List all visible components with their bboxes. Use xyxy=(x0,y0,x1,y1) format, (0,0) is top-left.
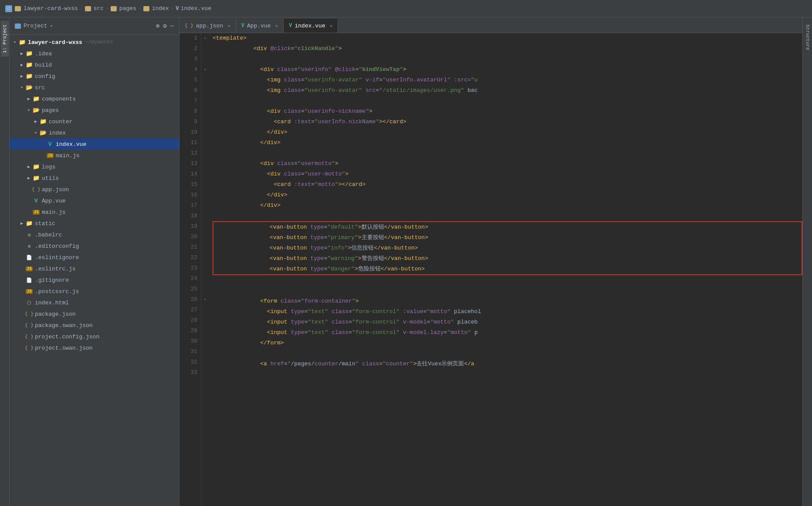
code-line-1: <template> xyxy=(213,33,802,44)
tree-item-editorconfig[interactable]: ⚙ .editorconfig xyxy=(10,240,179,252)
code-line-20: <van-button type="primary">主要按钮</van-but… xyxy=(213,233,802,243)
collapse-icon[interactable]: — xyxy=(170,22,174,30)
code-line-4: <div class="userinfo" @click="bindViewTa… xyxy=(213,64,802,75)
code-line-10: </div> xyxy=(213,127,802,138)
tree-item-counter[interactable]: ▶ 📁 counter xyxy=(10,116,179,127)
sidebar-actions: ⊕ ⚙ — xyxy=(156,22,174,30)
code-line-30: </form> xyxy=(213,338,802,348)
code-line-23: <van-button type="danger">危险按钮</van-butt… xyxy=(213,264,802,274)
tab-index-vue[interactable]: V index.vue ✕ xyxy=(284,19,338,33)
main-layout: 1: Project Project ▾ ⊕ ⚙ — ▾ 📁 lawyer-ca… xyxy=(0,17,812,506)
code-line-16: </div> xyxy=(213,190,802,200)
fold-marker-1[interactable]: ▾ xyxy=(201,33,209,44)
code-line-13: <div class="usermotto"> xyxy=(213,159,802,169)
tree-item-project-swan-json[interactable]: { } project.swan.json xyxy=(10,342,179,354)
code-line-15: <card :text="motto"></card> xyxy=(213,179,802,190)
structure-panel: Structure xyxy=(802,17,812,506)
code-line-18 xyxy=(213,211,802,221)
editor-area: { } app.json ✕ V App.vue ✕ V index.vue ✕… xyxy=(179,17,802,506)
code-line-22: <van-button type="warning">警告按钮</van-but… xyxy=(213,253,802,264)
tree-item-root[interactable]: ▾ 📁 lawyer-card-wxss ~/myworks xyxy=(10,37,179,48)
code-line-29: <input type="text" class="form-control" … xyxy=(213,327,802,338)
tree-item-index-vue[interactable]: V index.vue xyxy=(10,138,179,150)
code-line-21: <van-button type="info">信息按钮</van-button… xyxy=(213,243,802,253)
highlighted-block: <van-button type="default">默认按钮</van-but… xyxy=(213,221,802,275)
structure-label[interactable]: Structure xyxy=(804,21,812,54)
code-line-2: <div @click="clickHandle"> xyxy=(213,44,802,54)
tab-close-app-json[interactable]: ✕ xyxy=(227,23,230,29)
tree-item-main-js-src[interactable]: JS main.js xyxy=(10,206,179,218)
tree-item-components[interactable]: ▶ 📁 components xyxy=(10,93,179,105)
line-numbers: 1 2 3 4 5 6 7 8 9 10 11 12 13 14 15 16 1… xyxy=(179,33,201,506)
tab-app-json[interactable]: { } app.json ✕ xyxy=(179,19,236,33)
tree-item-package-json[interactable]: { } package.json xyxy=(10,308,179,320)
tree-item-index-html[interactable]: ⬡ index.html xyxy=(10,297,179,308)
code-line-7 xyxy=(213,96,802,106)
sidebar-header: Project ▾ ⊕ ⚙ — xyxy=(10,17,179,35)
project-folder-icon xyxy=(15,24,21,29)
code-line-33 xyxy=(213,369,802,380)
tree-item-src[interactable]: ▾ 📂 src xyxy=(10,82,179,93)
tree-item-package-swan-json[interactable]: { } package.swan.json xyxy=(10,320,179,331)
code-line-27: <input type="text" class="form-control" … xyxy=(213,307,802,317)
tree-item-project-config-json[interactable]: { } project.config.json xyxy=(10,331,179,342)
tab-bar: { } app.json ✕ V App.vue ✕ V index.vue ✕ xyxy=(179,17,802,33)
code-line-5: <img class="userinfo-avatar" v-if="userI… xyxy=(213,75,802,85)
sidebar-title: Project ▾ xyxy=(15,23,53,29)
breadcrumb: lawyer-card-wxss › src › pages › index ›… xyxy=(15,5,211,12)
title-bar: □ lawyer-card-wxss › src › pages › index… xyxy=(0,0,812,17)
tree-item-eslintrc[interactable]: JS .eslintrc.js xyxy=(10,263,179,274)
tree-item-main-js-index[interactable]: JS main.js xyxy=(10,150,179,161)
arrow-root: ▾ xyxy=(11,40,18,45)
tree-item-gitignore[interactable]: 📄 .gitignore xyxy=(10,274,179,286)
tab-close-app-vue[interactable]: ✕ xyxy=(275,23,278,29)
code-editor[interactable]: <template> <div @click="clickHandle"> <d… xyxy=(209,33,802,506)
fold-marker-4[interactable]: ▾ xyxy=(201,64,209,75)
side-tabs: 1: Project xyxy=(0,17,10,506)
code-line-28: <input type="text" class="form-control" … xyxy=(213,317,802,327)
file-tree: ▾ 📁 lawyer-card-wxss ~/myworks ▶ 📁 .idea… xyxy=(10,35,179,506)
fold-marker-26[interactable]: ▾ xyxy=(201,294,209,305)
code-line-6: <img class="userinfo-avatar" src="/stati… xyxy=(213,85,802,96)
tree-item-index-folder[interactable]: ▾ 📂 index xyxy=(10,127,179,138)
code-line-3 xyxy=(213,54,802,64)
tree-item-pages[interactable]: ▾ 📂 pages xyxy=(10,105,179,116)
code-line-26: <form class="form-container"> xyxy=(213,296,802,307)
code-line-9: <card :text="userInfo.nickName"></card> xyxy=(213,117,802,127)
tree-item-eslintignore[interactable]: 📄 .eslintignore xyxy=(10,252,179,263)
code-line-24 xyxy=(213,275,802,286)
tree-item-babelrc[interactable]: ⚙ .babelrc xyxy=(10,229,179,240)
vue-icon-tab: V xyxy=(241,23,244,29)
code-line-11: </div> xyxy=(213,138,802,148)
add-icon[interactable]: ⊕ xyxy=(156,22,159,30)
code-container: 1 2 3 4 5 6 7 8 9 10 11 12 13 14 15 16 1… xyxy=(179,33,802,506)
folder-open-icon: 📁 xyxy=(18,39,26,46)
dropdown-arrow[interactable]: ▾ xyxy=(50,23,53,29)
tree-item-build[interactable]: ▶ 📁 build xyxy=(10,59,179,71)
code-line-12 xyxy=(213,148,802,159)
vue-icon-tab-active: V xyxy=(289,23,292,29)
tree-item-app-vue[interactable]: V App.vue xyxy=(10,195,179,206)
tab-close-index-vue[interactable]: ✕ xyxy=(330,23,333,29)
json-icon: { } xyxy=(185,23,193,28)
code-line-31 xyxy=(213,348,802,359)
code-line-25 xyxy=(213,286,802,296)
tree-item-static[interactable]: ▶ 📁 static xyxy=(10,218,179,229)
code-line-14: <div class="user-motto"> xyxy=(213,169,802,179)
sidebar: Project ▾ ⊕ ⚙ — ▾ 📁 lawyer-card-wxss ~/m… xyxy=(10,17,179,506)
code-line-17: </div> xyxy=(213,200,802,211)
code-line-32: <a href="/pages/counter/main" class="cou… xyxy=(213,359,802,369)
code-line-8: <div class="userinfo-nickname"> xyxy=(213,106,802,117)
tab-app-vue[interactable]: V App.vue ✕ xyxy=(236,19,284,33)
project-side-tab[interactable]: 1: Project xyxy=(1,21,9,57)
tree-item-config[interactable]: ▶ 📁 config xyxy=(10,71,179,82)
tree-item-app-json[interactable]: { } app.json xyxy=(10,184,179,195)
tree-item-utils[interactable]: ▶ 📁 utils xyxy=(10,172,179,184)
tree-item-idea[interactable]: ▶ 📁 .idea xyxy=(10,48,179,59)
settings-icon[interactable]: ⚙ xyxy=(163,22,166,30)
code-line-19: <van-button type="default">默认按钮</van-but… xyxy=(213,222,802,233)
tree-item-postcssrc[interactable]: JS .postcssrc.js xyxy=(10,286,179,297)
tree-item-logs[interactable]: ▶ 📁 logs xyxy=(10,161,179,172)
fold-gutter: ▾ ▾ xyxy=(201,33,209,506)
project-icon: □ xyxy=(5,5,12,12)
